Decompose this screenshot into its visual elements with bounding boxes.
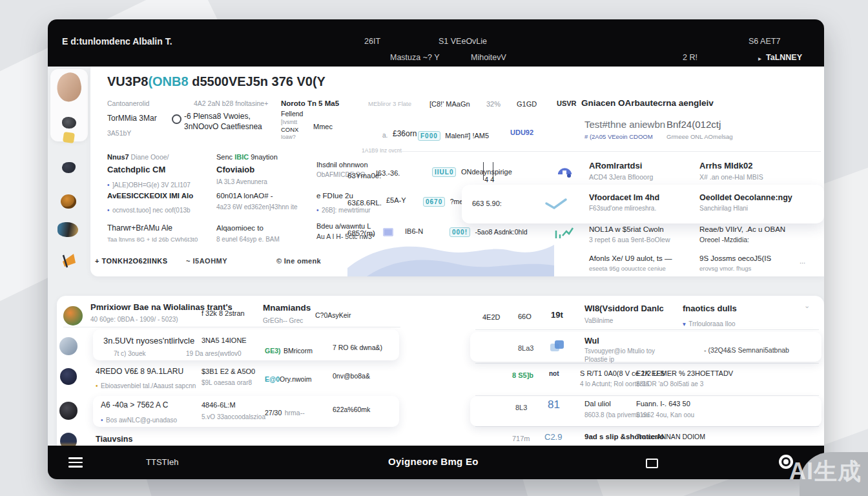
menu-item-s1[interactable]: S1 VEeOvLie — [439, 37, 487, 46]
menu-item-2r[interactable]: 2 R! — [683, 53, 698, 62]
col-header-3[interactable]: Noroto Tn 5 Ma5 — [281, 99, 339, 108]
lead-name-sub: 3A51bY — [107, 129, 157, 138]
bullet-icon: • — [96, 382, 98, 389]
rtable-divider-1 — [475, 329, 819, 330]
lrow1-mid-sub: 19 Da ares(wvtlov0 — [186, 349, 242, 358]
rp-row1-b-sub: X# .an one-Hal MBIS — [699, 173, 763, 182]
lead-name-cell[interactable]: TorMMia 3Mar 3A51bY — [107, 114, 157, 138]
table-row-2-col2[interactable]: 60n01A lonAO# - 4a23 6W ed362en]43hnn it… — [216, 191, 298, 211]
wave-decoration — [347, 228, 554, 279]
col-header-6[interactable]: 32% — [486, 99, 501, 108]
rtable-col2-sub: ▾ Trrlouloraaa Iloo — [683, 316, 736, 330]
menu-item-mihoitev[interactable]: MihoitevV — [471, 53, 506, 62]
right-panel-title: Gniacen OArbautecrna aengleiv — [581, 98, 714, 109]
col-header-1[interactable]: Cantoanerolid — [107, 99, 149, 108]
bottom-bar-center-label: Oyigneore Bmg Eo — [388, 456, 479, 467]
overflow-ellipsis[interactable]: ... — [800, 256, 805, 265]
bullet-icon: • — [107, 207, 110, 214]
content-area: VU3P8(ONB8 d5500VEJ5n 376 V0(Y Cantoaner… — [48, 67, 824, 446]
menu-item-26it[interactable]: 26IT — [364, 37, 380, 46]
sidebar-dog-icon[interactable] — [57, 222, 78, 237]
right-panel-caption-b: Grmeee ONL AOmelsag — [666, 133, 733, 141]
right-panel-row1-a[interactable]: ARomlrartdsi ACD4 3Jera Bflooorg — [589, 161, 653, 182]
tab-touchpoints[interactable]: + TONKH2O62IINKS — [95, 256, 168, 265]
row1-avatar[interactable] — [59, 337, 78, 355]
highlight-card[interactable]: 663 5.90: Vfoordacet Im 4hd F63sud'one m… — [462, 185, 824, 223]
top-bar: E d:tunlomdenc Albalin T. 26IT S1 VEeOvL… — [48, 19, 824, 67]
lead-option-line1: -6 Plensa8 Vwoies, — [184, 112, 262, 122]
lead-link[interactable]: UDU92 — [510, 128, 533, 137]
tab-safety[interactable]: ~ I5AOHMY — [186, 256, 227, 265]
right-panel-row3-b[interactable]: Reae/b VIIrV, .Ac u OBAN Oreoel -Mzdidia… — [699, 225, 785, 245]
left-list-mid-header: f 32k 8 2stran — [202, 309, 245, 318]
pin-icon: ▾ — [683, 320, 686, 327]
row2-chip: 0670 — [423, 197, 445, 207]
rp-row1-b-title: Arrhs MIdk02 — [699, 161, 763, 172]
square-window-icon[interactable] — [646, 459, 658, 468]
helmet-icon — [555, 161, 574, 182]
page-title-part3: d5500VEJ5n 376 V0(Y — [189, 74, 326, 88]
rp-row2-b-title: Oeolldet Oecolanne:ngy — [699, 192, 792, 203]
tab-weather[interactable]: © Ine omenk — [276, 256, 321, 265]
table-row-1-col1[interactable]: Nnus7 Diane Oooe/ Catchdplic CM • ]ALE)O… — [107, 150, 191, 191]
lrow1-right: 7 RO 6k dwna&) — [333, 344, 382, 353]
sidebar-badge-icon[interactable] — [61, 194, 76, 209]
page-title-part2: (ONB8 — [148, 74, 188, 88]
row1-value-2: I63.-36. — [376, 169, 400, 178]
hamburger-menu-icon[interactable] — [68, 457, 83, 468]
row1-c1-title: Catchdplic CM — [107, 165, 191, 176]
left-list-right-header: C?0AsyKeir — [315, 311, 351, 320]
row2-c1-title: AvEESICCKEOIX IMI Alo — [107, 191, 193, 201]
rrow2-right-sub: $3LOR 'aO 8ol5ati ae 3 — [636, 380, 703, 388]
row1-c1-top: Nnus7 Diane Oooe/ — [107, 150, 191, 163]
chevron-down-icon[interactable]: ⌄ — [804, 301, 810, 310]
right-panel-row3-a[interactable]: NOL1A w $5riat Cwoln 3 repet 6 aua 9ent-… — [589, 225, 670, 245]
sidebar-pet-icon[interactable] — [62, 117, 76, 129]
sidebar-flag-icon[interactable] — [61, 253, 78, 268]
right-panel-row4-a[interactable]: Afonls Xe/ U9 aulot, ts — eseeta 95g oou… — [589, 254, 672, 273]
rrow3-badge: 81 — [548, 398, 560, 412]
table-row-2-col1[interactable]: AvEESICCKEOIX IMI Alo • ocnvost.tuoo] ne… — [107, 191, 193, 216]
row3-avatar[interactable] — [59, 402, 78, 420]
menu-item-s6[interactable]: S6 AET7 — [749, 37, 780, 46]
rrow1-sub2: Ploastie ip — [584, 355, 614, 364]
lead-option-line2: 3nNOovO Caetfiesnea — [184, 122, 262, 132]
row3-c2-sub: 8 eunel 64syp e. BAM — [216, 235, 280, 243]
menu-item-talnney[interactable]: TaLNNEY — [766, 53, 802, 62]
row2-avatar[interactable] — [60, 368, 77, 385]
list-header-avatar[interactable] — [63, 306, 83, 326]
rp-row1-a-title: ARomlrartdsi — [589, 161, 653, 172]
rtable-title: WI8(Vsiddord Danlc — [584, 304, 664, 315]
col-header-8[interactable]: USVR — [557, 99, 577, 108]
table-row-1-col2[interactable]: Senc IBIC 9naytion Cfoviaiob IA 3L3 Aven… — [216, 150, 278, 186]
right-panel-row1-b[interactable]: Arrhs MIdk02 X# .an one-Hal MBIS — [699, 161, 763, 182]
lead-meta-5: Ioaw? — [281, 134, 303, 141]
col-header-5[interactable]: [C8!' MAaGn — [429, 99, 470, 108]
col-header-2[interactable]: 4A2 2aN b28 fnoltasine+ — [194, 99, 268, 108]
row1-c2-top: Senc IBIC 9naytion — [216, 150, 278, 163]
menu-item-mastuza[interactable]: Mastuza ~? Y — [390, 53, 440, 62]
sidebar-note-icon[interactable] — [63, 132, 75, 143]
rp-row3-a-title: NOL1A w $5riat Cwoln — [589, 225, 670, 234]
col-header-4[interactable]: MEbliror 3 Flate — [368, 100, 411, 108]
sidebar-bird-icon[interactable] — [62, 162, 76, 173]
lead-option-cell[interactable]: -6 Plensa8 Vwoies, 3nNOovO Caetfiesnea — [184, 112, 262, 132]
bullet-icon: • — [316, 207, 319, 214]
col-header-7[interactable]: G1GD — [517, 99, 537, 108]
row1-c1-sub: • ]ALE)OBH=G(e) 3V 2LI107 — [107, 178, 191, 191]
right-panel-caption-a: # (2A05 VEeoin CDOOM — [584, 133, 653, 141]
rrow4-v1: 717m — [512, 434, 530, 443]
table-row-3-col1[interactable]: Tharwr+BrAMu Ale Taa ltnvns 8G + Id 26b … — [107, 223, 198, 243]
lead-chip: F000 — [418, 131, 440, 141]
rrow4-right: Tra ce ANNAN DOIOM — [636, 433, 705, 442]
right-panel-subtitle-b[interactable]: Bnf24(012ctj — [666, 118, 721, 131]
table-row-3-col2[interactable]: Alqaomioec to 8 eunel 64syp e. BAM — [216, 223, 280, 243]
row4-avatar[interactable] — [60, 433, 77, 446]
right-panel-subtitle-a[interactable]: Test#thne aniewbn — [584, 118, 665, 131]
lrow1-tag: GE3) BMricorm — [265, 344, 313, 357]
row3-c1-sub: Taa ltnvns 8G + Id 26b CWh6t3t0 — [107, 236, 198, 243]
right-panel-row4-b[interactable]: 9S Jossms oecoJ5(IS erovsg vmor. fhugs — [699, 254, 771, 273]
radio-icon[interactable] — [172, 114, 181, 124]
rp-row4-a-sub: eseeta 95g oouuctce ceniue — [589, 265, 672, 273]
bottom-panel: Pmrixiowr Bae na Wiolalinas trant's 40 6… — [57, 296, 824, 446]
